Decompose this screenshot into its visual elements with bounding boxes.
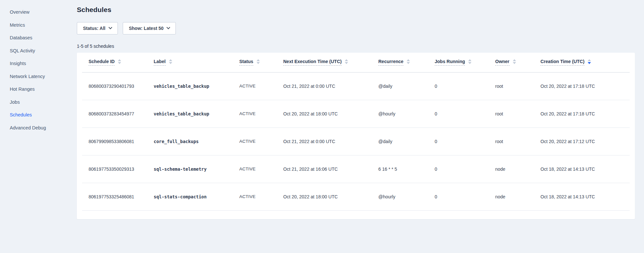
table-row: 806197753350029313sql-schema-telemetryAC…: [82, 155, 630, 183]
sort-icon[interactable]: [257, 59, 260, 64]
sidebar-item-hot-ranges[interactable]: Hot Ranges: [10, 83, 77, 96]
sidebar-item-sql-activity[interactable]: SQL Activity: [10, 45, 77, 58]
sort-icon[interactable]: [468, 59, 471, 64]
sidebar-item-overview[interactable]: Overview: [10, 6, 77, 19]
column-label: Next Execution Time (UTC): [283, 59, 342, 66]
column-label: Recurrence: [378, 59, 403, 66]
show-filter-label: Show: Latest 50: [129, 26, 164, 31]
results-summary: 1-5 of 5 schedules: [77, 44, 635, 49]
chevron-down-icon: [108, 26, 112, 29]
cell-owner: root: [489, 127, 534, 155]
page-title: Schedules: [77, 6, 635, 14]
cell-recurrence: @hourly: [372, 100, 428, 127]
column-header-owner[interactable]: Owner: [489, 53, 534, 72]
schedules-table-card: Schedule IDLabelStatusNext Execution Tim…: [77, 53, 635, 219]
cell-jobs-running: 0: [428, 100, 489, 127]
chevron-down-icon: [167, 26, 170, 29]
column-header-recurrence[interactable]: Recurrence: [372, 53, 428, 72]
cell-recurrence: @hourly: [372, 183, 428, 210]
cell-jobs-running: 0: [428, 155, 489, 183]
cell-schedule-id: 806197753350029313: [82, 155, 147, 183]
cell-label: vehicles_table_backup: [147, 72, 233, 100]
cell-creation-time: Oct 18, 2022 at 14:13 UTC: [534, 155, 630, 183]
cell-schedule-id: 806197753325486081: [82, 183, 147, 210]
sidebar-item-metrics[interactable]: Metrics: [10, 19, 77, 32]
sort-icon[interactable]: [345, 59, 348, 64]
cell-next-execution: Oct 20, 2022 at 18:00 UTC: [277, 100, 372, 127]
cell-status: ACTIVE: [233, 155, 277, 183]
cell-creation-time: Oct 20, 2022 at 17:18 UTC: [534, 100, 630, 127]
table-body: 806800373290401793vehicles_table_backupA…: [82, 72, 630, 210]
cell-label: vehicles_table_backup: [147, 100, 233, 127]
column-label: Creation Time (UTC): [540, 59, 584, 66]
sidebar-item-databases[interactable]: Databases: [10, 32, 77, 45]
table-row: 806800373290401793vehicles_table_backupA…: [82, 72, 630, 100]
cell-creation-time: Oct 20, 2022 at 17:12 UTC: [534, 127, 630, 155]
cell-jobs-running: 0: [428, 183, 489, 210]
filter-bar: Status: All Show: Latest 50: [77, 22, 635, 34]
sidebar-item-network-latency[interactable]: Network Latency: [10, 70, 77, 83]
cell-status: ACTIVE: [233, 100, 277, 127]
column-header-creation-time-utc[interactable]: Creation Time (UTC): [534, 53, 630, 72]
cell-owner: node: [489, 155, 534, 183]
cell-jobs-running: 0: [428, 72, 489, 100]
sort-icon[interactable]: [407, 59, 410, 64]
table-header-row: Schedule IDLabelStatusNext Execution Tim…: [82, 53, 630, 72]
column-label: Owner: [495, 59, 510, 66]
cell-next-execution: Oct 20, 2022 at 18:00 UTC: [277, 183, 372, 210]
sidebar-item-insights[interactable]: Insights: [10, 57, 77, 70]
sort-icon[interactable]: [169, 59, 172, 64]
cell-schedule-id: 806799098533806081: [82, 127, 147, 155]
cell-next-execution: Oct 21, 2022 at 16:06 UTC: [277, 155, 372, 183]
cell-next-execution: Oct 21, 2022 at 0:00 UTC: [277, 127, 372, 155]
schedules-page: OverviewMetricsDatabasesSQL ActivityInsi…: [0, 0, 644, 253]
cell-jobs-running: 0: [428, 127, 489, 155]
cell-owner: node: [489, 183, 534, 210]
table-row: 806799098533806081core_full_backupsACTIV…: [82, 127, 630, 155]
column-header-schedule-id[interactable]: Schedule ID: [82, 53, 147, 72]
cell-next-execution: Oct 21, 2022 at 0:00 UTC: [277, 72, 372, 100]
cell-schedule-id: 806800373283454977: [82, 100, 147, 127]
status-filter-dropdown[interactable]: Status: All: [77, 22, 118, 34]
sidebar-item-jobs[interactable]: Jobs: [10, 96, 77, 109]
sort-icon[interactable]: [588, 59, 591, 64]
cell-status: ACTIVE: [233, 72, 277, 100]
status-filter-label: Status: All: [83, 26, 105, 31]
column-header-jobs-running[interactable]: Jobs Running: [428, 53, 489, 72]
cell-status: ACTIVE: [233, 183, 277, 210]
column-header-next-execution-time-utc[interactable]: Next Execution Time (UTC): [277, 53, 372, 72]
cell-creation-time: Oct 18, 2022 at 14:13 UTC: [534, 183, 630, 210]
table-row: 806197753325486081sql-stats-compactionAC…: [82, 183, 630, 210]
column-label: Label: [154, 59, 166, 66]
cell-status: ACTIVE: [233, 127, 277, 155]
column-label: Status: [239, 59, 253, 66]
cell-creation-time: Oct 20, 2022 at 17:18 UTC: [534, 72, 630, 100]
sidebar: OverviewMetricsDatabasesSQL ActivityInsi…: [0, 0, 77, 253]
cell-owner: root: [489, 72, 534, 100]
cell-label: sql-schema-telemetry: [147, 155, 233, 183]
sort-icon[interactable]: [513, 59, 516, 64]
cell-recurrence: 6 16 * * 5: [372, 155, 428, 183]
cell-recurrence: @daily: [372, 72, 428, 100]
cell-label: sql-stats-compaction: [147, 183, 233, 210]
table-row: 806800373283454977vehicles_table_backupA…: [82, 100, 630, 127]
schedules-table: Schedule IDLabelStatusNext Execution Tim…: [82, 53, 630, 211]
column-header-label[interactable]: Label: [147, 53, 233, 72]
cell-recurrence: @daily: [372, 127, 428, 155]
sidebar-item-schedules[interactable]: Schedules: [10, 109, 77, 122]
sort-icon[interactable]: [118, 59, 121, 64]
column-label: Schedule ID: [89, 59, 115, 66]
main-content: Schedules Status: All Show: Latest 50 1-…: [77, 0, 644, 253]
column-header-status[interactable]: Status: [233, 53, 277, 72]
column-label: Jobs Running: [435, 59, 465, 66]
show-filter-dropdown[interactable]: Show: Latest 50: [123, 22, 176, 34]
sidebar-item-advanced-debug[interactable]: Advanced Debug: [10, 122, 77, 135]
cell-owner: root: [489, 100, 534, 127]
cell-schedule-id: 806800373290401793: [82, 72, 147, 100]
cell-label: core_full_backups: [147, 127, 233, 155]
